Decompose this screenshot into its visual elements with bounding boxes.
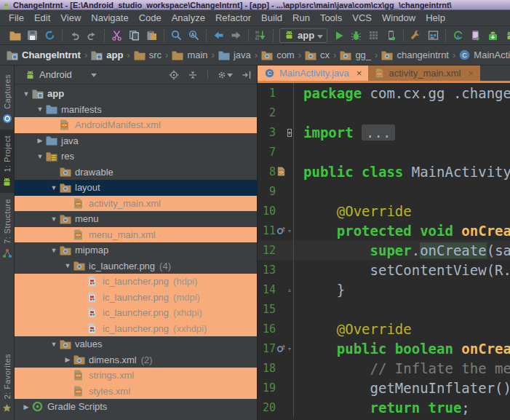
editor-gutter[interactable]: 12 bbox=[258, 240, 294, 260]
gradle-sync-button[interactable] bbox=[452, 29, 464, 41]
tab-activity_main-xml[interactable]: <>activity_main.xml× bbox=[368, 66, 480, 81]
tree-row[interactable]: ▼menu bbox=[15, 211, 257, 227]
fold-marker-icon[interactable]: ▿ bbox=[286, 345, 293, 352]
menu-tools[interactable]: Tools bbox=[315, 11, 347, 25]
sdk-manager-button[interactable] bbox=[487, 29, 499, 41]
sidebar-item-structure[interactable]: 7: Structure bbox=[0, 193, 14, 264]
menu-edit[interactable]: Edit bbox=[29, 11, 55, 25]
save-button[interactable] bbox=[26, 29, 39, 41]
breadcrumb-item-app[interactable]: app bbox=[89, 49, 124, 60]
editor-gutter[interactable]: 11▿ bbox=[258, 221, 294, 240]
project-structure-button[interactable] bbox=[427, 29, 439, 41]
tree-row[interactable]: ▶java bbox=[15, 133, 257, 149]
collapse-all-button[interactable] bbox=[188, 70, 198, 80]
tree-row[interactable]: ic_launcher.png(hdpi) bbox=[15, 274, 257, 290]
wrench-button[interactable] bbox=[410, 29, 422, 41]
editor-gutter[interactable]: 2 bbox=[258, 103, 294, 122]
menu-refactor[interactable]: Refactor bbox=[210, 11, 256, 25]
editor-gutter[interactable]: 18 bbox=[258, 358, 294, 378]
breadcrumb-item-gg_[interactable]: gg_ bbox=[338, 49, 372, 60]
breadcrumb-item-changeintrnt[interactable]: changeintrnt bbox=[380, 49, 450, 60]
replace-button[interactable]: A bbox=[188, 29, 200, 41]
gear-icon[interactable] bbox=[217, 70, 233, 80]
code-area[interactable]: 1package com.cx.gg_.changeintrnt;23+impo… bbox=[258, 83, 510, 420]
editor-gutter[interactable]: 16 bbox=[258, 319, 294, 338]
tree-row[interactable]: ▶Gradle Scripts bbox=[15, 399, 257, 415]
fold-marker-icon[interactable]: ▵ bbox=[286, 286, 293, 293]
menu-vcs[interactable]: VCS bbox=[347, 11, 377, 25]
chevron-down-icon[interactable]: ▼ bbox=[48, 215, 60, 223]
tree-row[interactable]: <>strings.xml bbox=[15, 368, 257, 384]
debug-button[interactable] bbox=[350, 29, 362, 41]
paste-button[interactable] bbox=[146, 29, 158, 41]
forward-button[interactable] bbox=[230, 29, 242, 41]
run-button[interactable] bbox=[332, 29, 345, 41]
editor-gutter[interactable]: 3+ bbox=[258, 122, 294, 142]
sidebar-item-captures[interactable]: Captures bbox=[0, 68, 14, 130]
chevron-down-icon[interactable]: ▼ bbox=[48, 247, 60, 254]
close-icon[interactable]: × bbox=[356, 68, 362, 78]
tree-row[interactable]: <>AndroidManifest.xml bbox=[15, 117, 257, 133]
project-view-mode[interactable]: Android bbox=[39, 69, 72, 80]
editor-gutter[interactable]: 10 bbox=[258, 201, 294, 221]
tree-row[interactable]: ▼app bbox=[15, 86, 257, 102]
tree-row[interactable]: ▼values bbox=[15, 336, 257, 352]
breadcrumb-item-cx[interactable]: cx bbox=[303, 49, 331, 60]
open-button[interactable] bbox=[9, 29, 21, 41]
breadcrumb-item-changeintrnt[interactable]: ChangeIntrnt bbox=[5, 49, 82, 60]
tree-row[interactable]: <>menu_main.xml bbox=[15, 227, 257, 243]
chevron-down-icon[interactable]: ▼ bbox=[48, 341, 60, 348]
chevron-down-icon[interactable]: ▼ bbox=[62, 262, 73, 269]
hide-panel-button[interactable] bbox=[242, 70, 252, 80]
chevron-down-icon[interactable]: ▼ bbox=[34, 106, 46, 113]
editor-gutter[interactable]: 15 bbox=[258, 299, 294, 319]
find-button[interactable] bbox=[170, 29, 183, 41]
chevron-right-icon[interactable]: ▶ bbox=[34, 137, 46, 144]
chevron-down-icon[interactable]: ▼ bbox=[34, 153, 46, 160]
copy-button[interactable] bbox=[128, 29, 140, 41]
sync-button[interactable] bbox=[44, 29, 56, 41]
menu-code[interactable]: Code bbox=[134, 11, 167, 25]
redo-button[interactable] bbox=[86, 29, 98, 41]
editor-gutter[interactable]: 17▿ bbox=[258, 338, 294, 358]
breadcrumb-item-main[interactable]: main bbox=[170, 49, 209, 60]
tree-row[interactable]: ic_launcher.png(mdpi) bbox=[15, 290, 257, 306]
fold-expand-icon[interactable]: + bbox=[287, 129, 292, 137]
chevron-down-icon[interactable] bbox=[91, 73, 97, 77]
tree-row[interactable]: ic_launcher.png(xhdpi) bbox=[15, 305, 257, 321]
menu-navigate[interactable]: Navigate bbox=[86, 11, 133, 25]
sidebar-item-project[interactable]: 1: Project bbox=[0, 130, 14, 193]
run-config-select[interactable]: app bbox=[279, 28, 327, 43]
sidebar-item-favorites[interactable]: 2: Favorites bbox=[0, 348, 14, 419]
compile-button[interactable]: 011001 bbox=[255, 29, 267, 41]
tree-row[interactable]: ic_launcher.png(xxhdpi) bbox=[15, 321, 257, 337]
editor-gutter[interactable]: 9 bbox=[258, 181, 294, 201]
tree-row[interactable]: ▼res bbox=[15, 148, 257, 165]
chevron-down-icon[interactable]: ▼ bbox=[48, 184, 60, 191]
tree-row[interactable]: ▶dimens.xml(2) bbox=[15, 352, 257, 368]
chevron-right-icon[interactable]: ▶ bbox=[20, 403, 32, 411]
tree-row[interactable]: ▼mipmap bbox=[15, 242, 257, 258]
editor-gutter[interactable]: 8<> bbox=[258, 162, 294, 181]
breadcrumb-item-java[interactable]: java bbox=[217, 49, 252, 60]
tree-row[interactable]: <>styles.xml bbox=[15, 384, 257, 400]
menu-help[interactable]: Help bbox=[421, 11, 450, 25]
locate-file-button[interactable] bbox=[169, 70, 179, 80]
menu-analyze[interactable]: Analyze bbox=[167, 11, 210, 25]
tree-row[interactable]: <>activity_main.xml bbox=[15, 196, 257, 212]
close-icon[interactable]: × bbox=[468, 68, 474, 78]
menu-build[interactable]: Build bbox=[256, 11, 287, 25]
menu-file[interactable]: File bbox=[4, 11, 29, 25]
editor-gutter[interactable]: 20 bbox=[258, 397, 294, 417]
fold-marker-icon[interactable]: + bbox=[286, 129, 293, 136]
breadcrumb-item-mainactivity[interactable]: CMainActivity bbox=[458, 49, 510, 60]
fold-marker-icon[interactable]: ▿ bbox=[286, 227, 293, 234]
avd-manager-button[interactable] bbox=[504, 29, 510, 41]
tree-row[interactable]: drawable bbox=[15, 165, 257, 181]
chevron-down-icon[interactable]: ▼ bbox=[20, 90, 32, 98]
editor-gutter[interactable]: 7 bbox=[258, 142, 294, 162]
editor-gutter[interactable]: 14▵ bbox=[258, 280, 294, 299]
undo-button[interactable] bbox=[68, 29, 81, 41]
breadcrumb-item-com[interactable]: com bbox=[260, 49, 296, 60]
editor-gutter[interactable]: 19 bbox=[258, 378, 294, 397]
